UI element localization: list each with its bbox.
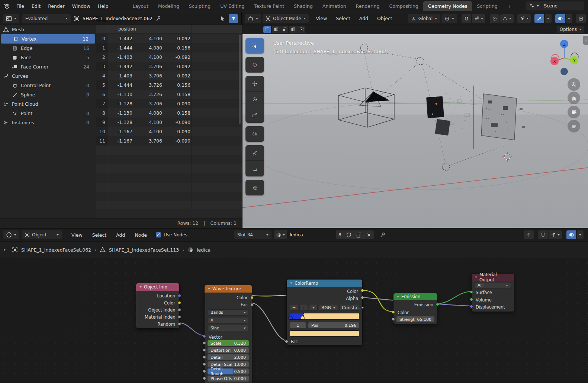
detail-field[interactable]: Detail2.000 [208,354,249,360]
color-mode-dropdown[interactable]: RGB [319,305,338,311]
remove-stop-button[interactable]: - [299,305,308,311]
tool-annotate[interactable] [245,145,264,161]
snap-target-dropdown[interactable] [549,230,562,239]
socket-surface-in[interactable] [470,290,473,294]
zoom-button[interactable] [568,78,580,91]
node-header[interactable]: Wave Texture [205,285,252,293]
socket-volume-in[interactable] [470,298,473,301]
tab-shading[interactable]: Shading [289,1,318,11]
show-gizmo-toggle[interactable] [534,14,544,23]
select-mode-intersect[interactable] [298,26,305,33]
tree-item-face[interactable]: Face 5 [0,53,96,62]
gizmo-dropdown[interactable] [545,14,552,23]
detail-roughness-field[interactable]: Detail Rough0.500 [208,368,249,374]
node-color-ramp[interactable]: ColorRamp Color Alpha + - RGB Consta... [286,279,363,345]
tab-uv-editing[interactable]: UV Editing [215,1,249,11]
socket-strength-in[interactable] [392,317,395,321]
use-nodes-checkbox[interactable]: Use Nodes [156,232,187,237]
socket-emission-out[interactable] [436,303,439,306]
socket-scale-in[interactable] [203,341,206,345]
socket-alpha-out[interactable] [361,296,364,299]
socket-color-out[interactable] [250,296,254,299]
socket-detail-in[interactable] [203,355,206,359]
proportional-edit-toggle[interactable] [490,14,499,23]
socket-object-index-out[interactable] [178,308,181,312]
show-overlays-toggle[interactable] [566,230,576,239]
socket-vector-in[interactable] [203,335,206,338]
tree-group-instances[interactable]: Instances 0 [0,118,96,127]
socket-displacement-in[interactable] [470,305,473,308]
socket-color-out[interactable] [361,289,364,292]
pan-button[interactable] [568,92,580,104]
tool-select-box[interactable] [245,38,264,54]
tool-rotate[interactable] [245,92,264,107]
collapse-icon[interactable] [139,286,142,288]
color-ramp-gradient[interactable] [290,313,359,320]
snap-toggle[interactable] [462,14,471,23]
editor-type-button[interactable] [3,14,19,23]
socket-location-out[interactable] [178,294,181,297]
socket-distortion-in[interactable] [203,348,206,352]
table-scrollbar[interactable] [239,35,241,124]
column-header-position[interactable]: position [118,26,136,32]
tab-texture-paint[interactable]: Texture Paint [249,1,289,11]
select-mode-extend[interactable] [272,26,280,33]
tree-group-mesh[interactable]: Mesh [0,25,96,34]
select-mode-invert[interactable] [289,26,297,33]
blender-logo-icon[interactable] [4,3,10,9]
collapse-icon[interactable] [397,296,399,297]
editor-type-button[interactable] [3,230,19,239]
tab-animation[interactable]: Animation [318,1,351,11]
node-wave-texture[interactable]: Wave Texture Color Fac Bands X Sine Vect… [204,285,252,383]
menu-view[interactable]: View [68,232,86,238]
stop-index-field[interactable]: 1 [290,322,306,328]
go-to-parent-tree-button[interactable] [524,230,534,239]
node-emission[interactable]: Emission Emission Color Strengt65.100 [393,293,438,324]
menu-add[interactable]: Add [112,232,129,238]
ramp-tools-dropdown[interactable] [309,305,318,311]
visibility-dropdown[interactable] [517,14,531,23]
unlink-material-button[interactable] [364,230,374,239]
new-material-button[interactable] [354,230,364,239]
socket-color-in[interactable] [392,310,395,314]
node-header[interactable]: Object Info [136,283,179,291]
tab-geometry-nodes[interactable]: Geometry Nodes [423,1,472,11]
collapse-icon[interactable] [290,283,292,284]
pin-icon[interactable] [155,16,161,22]
collapse-icon[interactable] [208,288,210,290]
menu-window[interactable]: Window [68,3,94,9]
strength-field[interactable]: Strengt65.100 [396,316,434,322]
target-dropdown[interactable]: All [475,282,511,288]
tab-scripting[interactable]: Scripting [472,1,502,11]
browse-material-dropdown[interactable] [274,230,287,239]
socket-random-out[interactable] [178,322,181,326]
tab-compositing[interactable]: Compositing [384,1,423,11]
phase-offset-field[interactable]: Phase Offs0.000 [208,376,249,382]
socket-material-index-out[interactable] [178,315,181,319]
camera-view-button[interactable] [568,106,580,118]
menu-render[interactable]: Render [44,3,68,9]
menu-file[interactable]: File [13,3,28,9]
wave-type-dropdown[interactable]: Bands [208,309,249,316]
node-material-output[interactable]: Material Output All Surface Volume Displ… [471,273,514,312]
node-header[interactable]: ColorRamp [287,280,362,287]
pivot-point-dropdown[interactable] [441,14,457,23]
overlays-dropdown[interactable] [577,230,584,239]
add-stop-button[interactable]: + [290,305,298,311]
tool-cursor[interactable] [245,57,264,73]
socket-fac-out[interactable] [250,303,254,306]
tool-scale[interactable] [245,107,264,123]
select-mode-subtract[interactable] [280,26,288,33]
socket-detail-scale-in[interactable] [203,363,206,366]
xray-toggle[interactable] [576,14,586,23]
fake-user-button[interactable] [344,230,354,239]
select-filter-cursor-icon[interactable] [220,16,226,22]
socket-phase-offset-in[interactable] [203,377,206,380]
show-overlays-toggle[interactable] [555,14,565,23]
wave-profile-dropdown[interactable]: Sine [208,325,249,331]
dataset-dropdown[interactable]: Evaluated [22,14,71,23]
interpolation-dropdown[interactable]: Consta... [339,305,359,311]
stop-color-swatch[interactable] [290,331,359,336]
transform-orientation-dropdown[interactable]: Global [408,14,440,23]
viewport-canvas[interactable]: User Perspective (50) Collection | SHAPE… [242,34,588,228]
